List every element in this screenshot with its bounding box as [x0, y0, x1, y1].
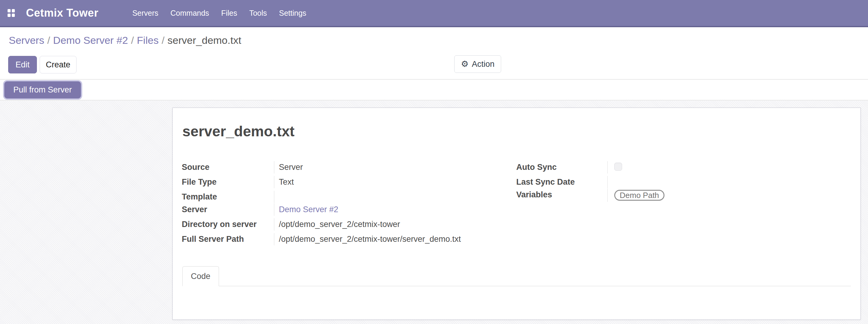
server-link[interactable]: Demo Server #2 [279, 205, 338, 214]
control-panel: Servers/Demo Server #2/Files/server_demo… [0, 28, 868, 79]
field-value-auto-sync [607, 161, 843, 173]
field-row-file-type: File Type Text [182, 176, 508, 191]
pull-from-server-button[interactable]: Pull from Server [4, 81, 81, 99]
field-value-file-type: Text [274, 176, 508, 188]
field-value-variables: Demo Path [607, 189, 843, 202]
field-row-variables: Variables Demo Path [516, 189, 843, 203]
nav-item-commands[interactable]: Commands [170, 9, 209, 18]
breadcrumb-separator: / [161, 34, 164, 46]
breadcrumb-separator: / [47, 34, 50, 46]
field-label-auto-sync: Auto Sync [516, 161, 607, 172]
tab-code[interactable]: Code [182, 266, 219, 286]
breadcrumb: Servers/Demo Server #2/Files/server_demo… [9, 34, 241, 46]
notebook: Code [182, 266, 851, 286]
field-group-right: Auto Sync Last Sync Date Variables Demo … [516, 161, 843, 203]
field-label-server: Server [182, 203, 274, 215]
field-row-auto-sync: Auto Sync [516, 161, 843, 176]
field-row-source: Source Server [182, 161, 508, 176]
field-row-full-path: Full Server Path /opt/demo_server_2/cetm… [182, 233, 508, 248]
field-value-last-sync-date [607, 176, 843, 188]
file-title: server_demo.txt [182, 123, 294, 140]
field-row-server: Server Demo Server #2 [182, 203, 508, 218]
field-label-full-path: Full Server Path [182, 233, 274, 244]
breadcrumb-link-servers[interactable]: Servers [9, 34, 44, 46]
field-value-template [274, 191, 508, 203]
top-navbar: Cetmix Tower Servers Commands Files Tool… [0, 0, 868, 27]
field-value-server: Demo Server #2 [274, 203, 508, 216]
action-button[interactable]: ⚙ Action [454, 55, 501, 73]
variable-tag[interactable]: Demo Path [614, 190, 664, 201]
field-label-directory: Directory on server [182, 218, 274, 229]
action-buttons-row: Pull from Server [0, 80, 868, 100]
apps-grid-icon[interactable] [7, 9, 15, 17]
field-label-file-type: File Type [182, 176, 274, 187]
field-label-last-sync-date: Last Sync Date [516, 176, 607, 187]
nav-item-tools[interactable]: Tools [249, 9, 267, 18]
action-button-label: Action [472, 60, 495, 69]
nav-item-settings[interactable]: Settings [279, 9, 306, 18]
field-row-last-sync-date: Last Sync Date [516, 176, 843, 189]
breadcrumb-link-demo-server[interactable]: Demo Server #2 [53, 34, 128, 46]
field-row-template: Template [182, 191, 508, 203]
create-button[interactable]: Create [40, 56, 76, 73]
auto-sync-checkbox[interactable] [614, 163, 622, 171]
gear-icon: ⚙ [461, 60, 468, 68]
breadcrumb-separator: / [131, 34, 134, 46]
field-value-full-path: /opt/demo_server_2/cetmix-tower/server_d… [274, 233, 508, 246]
edit-button[interactable]: Edit [8, 56, 37, 73]
nav-menu: Servers Commands Files Tools Settings [132, 9, 306, 18]
content-background: server_demo.txt Source Server File Type … [0, 101, 868, 324]
field-label-source: Source [182, 161, 274, 172]
field-label-template: Template [182, 191, 274, 202]
field-label-variables: Variables [516, 189, 607, 200]
form-sheet: server_demo.txt Source Server File Type … [173, 107, 861, 320]
app-window: Cetmix Tower Servers Commands Files Tool… [0, 0, 868, 324]
brand-title[interactable]: Cetmix Tower [26, 7, 98, 19]
breadcrumb-link-files[interactable]: Files [137, 34, 159, 46]
nav-item-files[interactable]: Files [221, 9, 237, 18]
tab-strip: Code [182, 266, 851, 286]
nav-item-servers[interactable]: Servers [132, 9, 158, 18]
field-group-left: Source Server File Type Text Template Se… [182, 161, 508, 248]
field-value-directory: /opt/demo_server_2/cetmix-tower [274, 218, 508, 231]
field-row-directory: Directory on server /opt/demo_server_2/c… [182, 218, 508, 233]
field-value-source: Server [274, 161, 508, 173]
breadcrumb-current: server_demo.txt [167, 34, 241, 46]
